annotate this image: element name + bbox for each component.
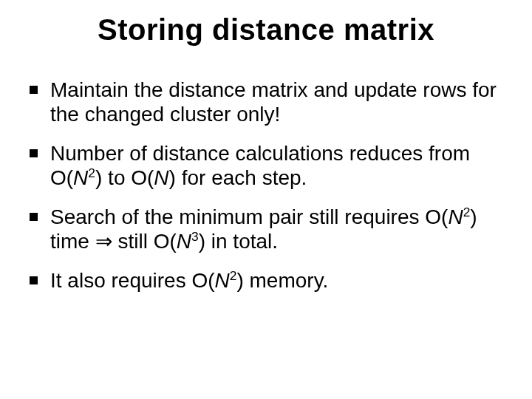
bullet-text-post: ) memory. <box>236 269 328 292</box>
variable-n: N <box>154 166 168 189</box>
variable-n: N <box>215 269 230 292</box>
bullet-text-mid: ) to O( <box>95 166 154 189</box>
implies-icon: ⇒ <box>95 230 112 253</box>
superscript: 3 <box>191 229 199 244</box>
bullet-text-post: ) in total. <box>199 230 278 253</box>
bullet-item-3: Search of the minimum pair still require… <box>30 205 502 253</box>
bullet-text-pre: It also requires O( <box>50 269 215 292</box>
bullet-text-post: ) for each step. <box>169 166 307 189</box>
variable-n: N <box>73 166 88 189</box>
slide: Storing distance matrix Maintain the dis… <box>0 0 532 399</box>
superscript: 2 <box>88 166 95 180</box>
bullet-item-1: Maintain the distance matrix and update … <box>30 78 502 126</box>
variable-n: N <box>448 205 463 228</box>
superscript: 2 <box>463 205 471 219</box>
bullet-text: Maintain the distance matrix and update … <box>50 78 497 126</box>
variable-n: N <box>177 230 191 253</box>
slide-title: Storing distance matrix <box>30 13 502 47</box>
bullet-item-2: Number of distance calculations reduces … <box>30 141 502 190</box>
bullet-item-4: It also requires O(N2) memory. <box>30 268 502 293</box>
bullet-list: Maintain the distance matrix and update … <box>30 78 502 293</box>
superscript: 2 <box>230 268 237 283</box>
bullet-text-pre: Search of the minimum pair still require… <box>50 205 448 228</box>
bullet-text-mid2: still O( <box>112 230 177 253</box>
